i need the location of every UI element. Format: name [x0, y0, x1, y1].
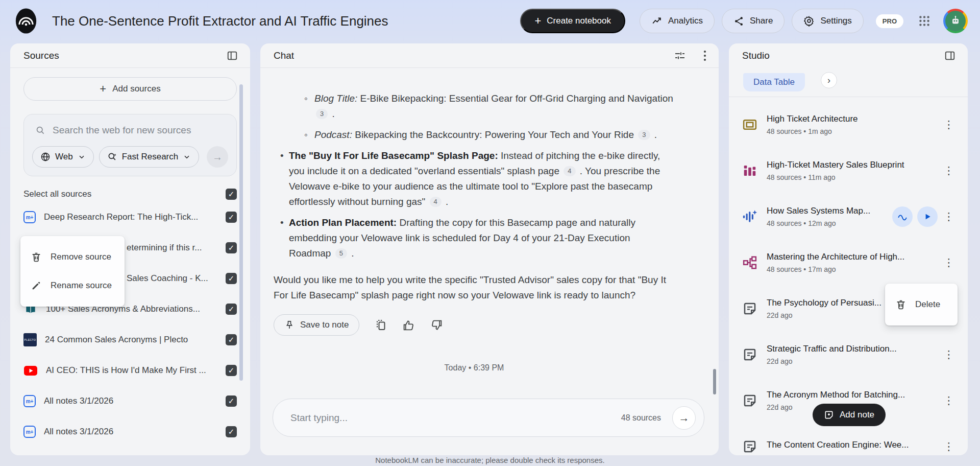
- save-to-note-button[interactable]: Save to note: [274, 314, 359, 336]
- studio-item-row[interactable]: High Ticket Architecture48 sources • 1m …: [742, 102, 955, 148]
- chat-scrollbar[interactable]: [713, 369, 716, 394]
- copy-response-button[interactable]: [375, 319, 387, 331]
- studio-item-row[interactable]: The Content Creation Engine: Wee...⋮: [742, 424, 955, 455]
- source-row[interactable]: AI CEO: THIS is How I'd Make My First ..…: [23, 355, 237, 386]
- thumbs-down-button[interactable]: [430, 319, 443, 332]
- studio-item-text: High-Ticket Mastery Sales Blueprint48 so…: [767, 160, 939, 181]
- web-source-type-dropdown[interactable]: Web: [32, 146, 94, 168]
- add-sources-button[interactable]: + Add sources: [23, 77, 237, 101]
- collapse-sources-panel-button[interactable]: [227, 50, 238, 61]
- thumbs-up-button[interactable]: [402, 319, 415, 332]
- account-avatar[interactable]: [943, 9, 968, 33]
- create-notebook-label: Create notebook: [547, 16, 611, 26]
- note-icon: [742, 439, 757, 454]
- data-table-chip[interactable]: Data Table: [743, 73, 805, 91]
- studio-item-title: The Acronym Method for Batching...: [767, 390, 939, 400]
- studio-panel: Studio Data Table › High Ticket Architec…: [729, 43, 968, 455]
- select-all-checkbox[interactable]: [226, 189, 237, 200]
- rename-source-label: Rename source: [51, 281, 112, 291]
- source-checkbox[interactable]: [226, 395, 237, 407]
- source-checkbox[interactable]: [226, 212, 237, 223]
- studio-item-meta: 48 sources • 11m ago: [767, 173, 939, 181]
- message-block: Blog Title: E-Bike Bikepacking: Essentia…: [274, 91, 675, 122]
- search-input[interactable]: [53, 125, 225, 136]
- studio-item-more-button[interactable]: ⋮: [942, 440, 955, 453]
- citation-chip[interactable]: 3: [638, 130, 650, 140]
- collapse-studio-panel-button[interactable]: [944, 50, 955, 61]
- sources-panel-header: Sources: [10, 43, 250, 68]
- citation-chip[interactable]: 3: [316, 109, 328, 119]
- chat-more-options-button[interactable]: [703, 50, 706, 62]
- submit-search-button[interactable]: →: [207, 146, 228, 168]
- studio-output-list: High Ticket Architecture48 sources • 1m …: [729, 98, 968, 455]
- studio-item-row[interactable]: Strategic Traffic and Distribution...22d…: [742, 332, 955, 378]
- add-note-button[interactable]: Add note: [813, 404, 886, 426]
- analytics-button[interactable]: Analytics: [640, 9, 715, 33]
- source-checkbox[interactable]: [226, 365, 237, 376]
- source-checkbox[interactable]: [226, 242, 237, 253]
- share-button[interactable]: Share: [722, 9, 785, 33]
- remove-source-label: Remove source: [51, 252, 111, 262]
- source-row[interactable]: m+Deep Research Report: The High-Tick...: [23, 202, 237, 232]
- remove-source-menu-item[interactable]: Remove source: [20, 243, 125, 271]
- message-text: .: [652, 129, 657, 140]
- delete-menu-item[interactable]: Delete: [885, 290, 958, 319]
- source-row[interactable]: m+All notes 3/1/2026: [23, 386, 237, 416]
- studio-chip-row: Data Table ›: [729, 68, 968, 97]
- studio-item-text: Mastering the Architecture of High...48 …: [767, 252, 939, 273]
- source-row[interactable]: PLECTO24 Common Sales Acronyms | Plecto: [23, 324, 237, 355]
- web-chip-label: Web: [55, 152, 73, 162]
- studio-item-title: Mastering the Architecture of High...: [767, 252, 939, 262]
- chat-input[interactable]: [290, 412, 621, 424]
- citation-chip[interactable]: 5: [335, 248, 347, 259]
- source-title: Sales Coaching - K...: [127, 273, 226, 284]
- flashcards-icon: [742, 117, 757, 132]
- studio-item-meta: 48 sources • 12m ago: [767, 219, 889, 227]
- rename-source-menu-item[interactable]: Rename source: [20, 271, 125, 300]
- google-apps-button[interactable]: [918, 14, 931, 28]
- sources-scrollbar[interactable]: [239, 84, 243, 381]
- interactive-mode-button[interactable]: [892, 206, 913, 227]
- source-checkbox[interactable]: [226, 426, 237, 437]
- source-checkbox[interactable]: [226, 304, 237, 315]
- chat-message-area[interactable]: Blog Title: E-Bike Bikepacking: Essentia…: [260, 68, 719, 388]
- notebooklm-app: The One-Sentence Profit Extractor and AI…: [0, 0, 980, 466]
- play-audio-button[interactable]: [917, 206, 938, 227]
- studio-item-row[interactable]: High-Ticket Mastery Sales Blueprint48 so…: [742, 148, 955, 194]
- studio-item-row[interactable]: Mastering the Architecture of High...48 …: [742, 240, 955, 286]
- source-checkbox[interactable]: [226, 334, 237, 345]
- studio-item-more-button[interactable]: ⋮: [942, 348, 955, 361]
- studio-item-more-button[interactable]: ⋮: [942, 119, 955, 131]
- assistant-message: Blog Title: E-Bike Bikepacking: Essentia…: [274, 91, 675, 303]
- studio-item-title: High-Ticket Mastery Sales Blueprint: [767, 160, 939, 170]
- studio-panel-header: Studio: [729, 43, 968, 68]
- sources-panel: Sources + Add sources: [10, 43, 250, 455]
- chat-settings-button[interactable]: [674, 50, 686, 62]
- trash-icon: [31, 251, 42, 263]
- settings-button[interactable]: Settings: [792, 9, 863, 33]
- studio-item-more-button[interactable]: ⋮: [942, 394, 955, 407]
- source-row[interactable]: m+All notes 3/1/2026: [23, 416, 237, 447]
- create-notebook-button[interactable]: + Create notebook: [520, 9, 625, 33]
- arrow-right-icon: →: [679, 412, 690, 424]
- interactive-mode-icon: [897, 211, 908, 222]
- research-mode-dropdown[interactable]: Fast Research: [99, 146, 200, 168]
- chip-scroll-right-button[interactable]: ›: [821, 72, 837, 88]
- studio-item-more-button[interactable]: ⋮: [942, 165, 955, 177]
- studio-item-row[interactable]: How Sales Systems Map...48 sources • 12m…: [742, 194, 955, 240]
- studio-item-more-button[interactable]: ⋮: [942, 211, 955, 223]
- studio-item-actions: ⋮: [942, 348, 955, 361]
- chat-panel-header: Chat: [260, 43, 719, 68]
- chevron-down-icon: [183, 153, 191, 161]
- search-icon: [35, 125, 45, 136]
- analytics-icon: [651, 15, 663, 27]
- citation-chip[interactable]: 4: [430, 197, 442, 207]
- pencil-icon: [31, 280, 42, 291]
- studio-item-more-button[interactable]: ⋮: [942, 257, 955, 269]
- source-title: Deep Research Report: The High-Tick...: [44, 212, 226, 222]
- studio-context-menu: Delete: [885, 284, 958, 325]
- panel-collapse-icon: [944, 50, 955, 61]
- send-message-button[interactable]: →: [672, 406, 696, 430]
- source-checkbox[interactable]: [226, 273, 237, 284]
- citation-chip[interactable]: 4: [564, 166, 575, 176]
